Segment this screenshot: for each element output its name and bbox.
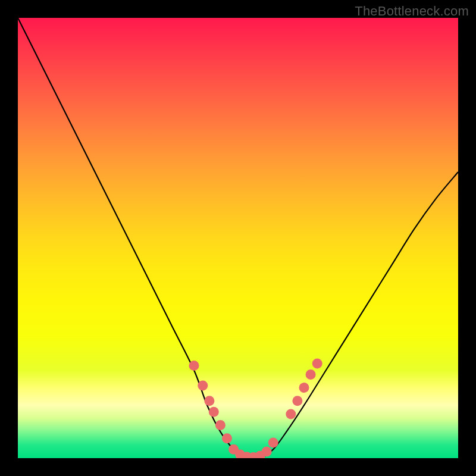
marker-dot <box>204 396 214 406</box>
marker-dot <box>292 396 302 406</box>
marker-dot <box>189 361 199 371</box>
marker-dot <box>306 369 316 380</box>
marker-dot <box>286 409 296 419</box>
marker-dot <box>198 380 208 390</box>
marker-dot <box>222 433 232 443</box>
marker-dot <box>262 446 272 456</box>
marker-dot <box>215 420 226 430</box>
plot-area <box>18 18 458 458</box>
marker-dot <box>299 383 309 393</box>
curve-svg <box>18 18 458 458</box>
marker-dot <box>209 407 219 417</box>
watermark-text: TheBottleneck.com <box>355 4 469 19</box>
chart-frame: TheBottleneck.com <box>0 0 476 476</box>
marker-dot <box>312 358 322 368</box>
bottleneck-curve <box>18 18 458 458</box>
marker-dot <box>268 438 278 448</box>
